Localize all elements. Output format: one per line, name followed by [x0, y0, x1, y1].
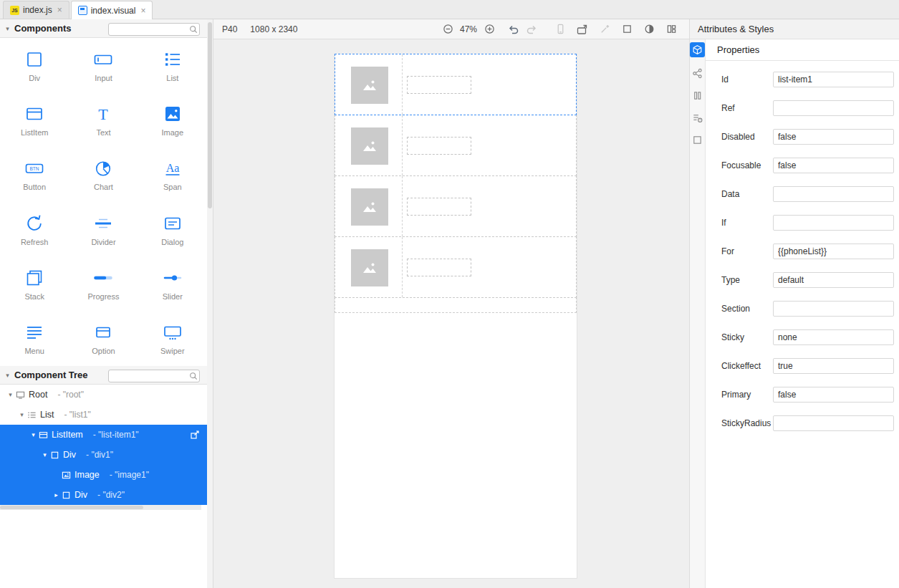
prop-input-id[interactable] [773, 72, 894, 87]
text-placeholder[interactable] [407, 76, 471, 94]
search-icon [189, 370, 198, 383]
box-icon[interactable] [691, 133, 704, 146]
component-chart[interactable]: Chart [69, 148, 138, 202]
wand-icon[interactable] [598, 23, 611, 36]
component-listitem[interactable]: ListItem [0, 92, 69, 147]
close-tab-icon[interactable]: × [140, 6, 145, 15]
zoom-in-icon[interactable] [483, 23, 496, 36]
div-icon [50, 450, 59, 460]
design-canvas[interactable] [213, 39, 689, 588]
form-row-focusable: Focusable [721, 151, 894, 180]
collapse-arrow-icon[interactable]: ▾ [4, 25, 11, 32]
text-placeholder[interactable] [407, 137, 471, 155]
expand-arrow-icon[interactable]: ▸ [52, 491, 61, 498]
component-option[interactable]: Option [69, 312, 138, 366]
text-placeholder[interactable] [407, 198, 471, 216]
device-portrait-icon[interactable] [554, 23, 567, 36]
component-dialog[interactable]: Dialog [138, 202, 207, 256]
prop-input-stickyradius[interactable] [773, 415, 894, 431]
list-item-preview[interactable] [335, 236, 577, 298]
component-image[interactable]: Image [138, 92, 207, 147]
component-input[interactable]: Input [69, 38, 138, 92]
redo-icon[interactable] [525, 23, 538, 36]
prop-input-data[interactable] [773, 186, 894, 202]
image-placeholder[interactable] [351, 67, 388, 104]
form-row-section: Section [721, 294, 894, 323]
tree-node-root[interactable]: ▾ Root - "root" [0, 385, 207, 405]
tree-search-input[interactable] [108, 370, 200, 382]
component-divider[interactable]: Divider [69, 202, 138, 256]
progress-icon [92, 267, 114, 289]
image-placeholder[interactable] [351, 127, 388, 165]
expand-arrow-icon[interactable]: ▾ [17, 411, 27, 418]
div-icon [62, 491, 71, 500]
component-progress[interactable]: Progress [69, 256, 138, 311]
collapse-arrow-icon[interactable]: ▾ [4, 372, 11, 379]
expand-arrow-icon[interactable]: ▾ [29, 431, 38, 438]
form-row-sticky: Sticky [721, 323, 894, 352]
phone-preview[interactable] [334, 54, 577, 579]
tree-node-list[interactable]: ▾ List - "list1" [0, 405, 207, 425]
component-tree-section-header[interactable]: ▾ Component Tree [0, 366, 213, 385]
resolution-label: 1080 x 2340 [250, 24, 297, 34]
tree-node-div2[interactable]: ▸ Div - "div2" [0, 485, 207, 505]
component-refresh[interactable]: Refresh [0, 202, 69, 256]
form-row-ref: Ref [721, 94, 894, 122]
component-div[interactable]: Div [0, 38, 69, 92]
expand-arrow-icon[interactable]: ▾ [6, 391, 15, 398]
theme-contrast-icon[interactable] [643, 23, 655, 36]
layout-grid-icon[interactable] [665, 23, 678, 36]
zoom-out-icon[interactable] [441, 23, 454, 36]
component-swiper[interactable]: Swiper [138, 312, 207, 366]
list-item-preview-selected[interactable] [335, 54, 577, 115]
frame-icon[interactable] [620, 23, 633, 36]
columns-icon[interactable] [691, 89, 704, 102]
image-placeholder[interactable] [351, 188, 388, 226]
scrollbar-thumb[interactable] [208, 22, 212, 208]
properties-view-icon[interactable] [690, 42, 705, 57]
share-nodes-icon[interactable] [691, 67, 704, 79]
rotate-device-icon[interactable] [576, 23, 589, 36]
left-panel-scrollbar[interactable] [207, 19, 213, 588]
scrollbar-thumb[interactable] [0, 506, 143, 509]
component-span[interactable]: Aa Span [138, 148, 207, 202]
list-remainder-preview[interactable] [335, 297, 577, 313]
prop-input-primary[interactable] [773, 387, 894, 403]
list-item-preview[interactable] [335, 175, 577, 237]
tab-index-visual[interactable]: index.visual × [71, 1, 153, 19]
tree-horizontal-scrollbar[interactable] [0, 505, 201, 510]
components-search-input[interactable] [108, 23, 200, 36]
prop-input-disabled[interactable] [773, 129, 894, 145]
expand-arrow-icon[interactable]: ▾ [40, 451, 49, 458]
swiper-icon [162, 322, 183, 343]
extract-component-icon[interactable] [190, 430, 200, 440]
components-search [108, 22, 200, 35]
component-button[interactable]: BTN Button [0, 148, 69, 202]
component-list[interactable]: List [138, 38, 207, 92]
image-placeholder[interactable] [351, 249, 388, 286]
prop-input-sticky[interactable] [773, 329, 894, 345]
tree-node-div1[interactable]: ▾ Div - "div1" [0, 445, 207, 465]
prop-input-type[interactable] [773, 272, 894, 288]
tree-node-image1[interactable]: Image - "image1" [0, 465, 207, 485]
prop-input-section[interactable] [773, 301, 894, 317]
component-slider[interactable]: Slider [138, 256, 207, 311]
list-item-preview[interactable] [335, 115, 577, 176]
components-section-header[interactable]: ▾ Components [0, 19, 213, 38]
component-stack[interactable]: Stack [0, 256, 69, 311]
tab-index-js[interactable]: JS index.js × [3, 1, 69, 19]
properties-tab[interactable]: Properties [706, 39, 899, 61]
close-tab-icon[interactable]: × [57, 6, 62, 14]
prop-input-focusable[interactable] [773, 158, 894, 173]
text-placeholder[interactable] [407, 259, 471, 276]
component-text[interactable]: T Text [69, 92, 138, 147]
undo-icon[interactable] [507, 23, 520, 36]
component-menu[interactable]: Menu [0, 312, 69, 366]
tab-label: index.visual [91, 6, 136, 16]
tree-node-listitem[interactable]: ▾ ListItem - "list-item1" [0, 425, 207, 445]
prop-input-if[interactable] [773, 215, 894, 231]
prop-input-ref[interactable] [773, 100, 894, 116]
prop-input-for[interactable] [773, 244, 894, 259]
list-info-icon[interactable]: ? [691, 111, 704, 124]
prop-input-clickeffect[interactable] [773, 358, 894, 374]
